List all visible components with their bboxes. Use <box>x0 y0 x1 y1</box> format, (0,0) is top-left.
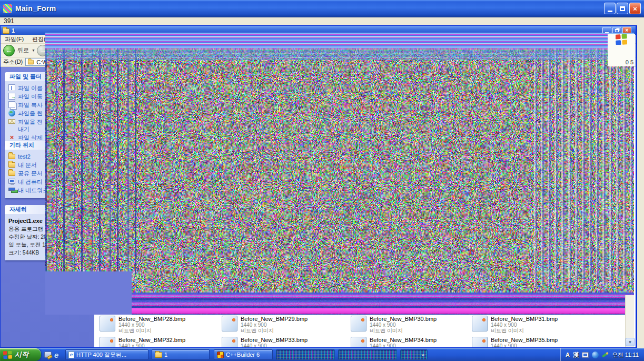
bmp-file-icon <box>351 316 366 331</box>
restore-icon <box>615 29 619 32</box>
maximize-icon <box>620 6 625 11</box>
move-file-icon <box>8 93 15 100</box>
file-tile[interactable]: Before_New_BMP35.bmp1440 x 900 <box>472 337 590 348</box>
menu-item-file[interactable]: 파일(F) <box>1 35 28 43</box>
start-label: 시작 <box>15 350 28 359</box>
quick-launch: e <box>44 348 58 361</box>
task-button-corrupted-1[interactable] <box>276 349 335 360</box>
minimize-icon <box>608 11 612 12</box>
task-button-folder-1[interactable]: 1 <box>152 349 210 360</box>
window-title: Main_Form <box>15 4 56 13</box>
file-tile[interactable]: Before_New_BMP30.bmp1440 x 900비트맵 이미지 <box>351 316 469 334</box>
form-label-391: 391 <box>0 17 644 25</box>
corrupted-go-fragment: 0 5 <box>626 59 633 65</box>
tray-app-icon[interactable] <box>592 352 599 358</box>
file-tile[interactable]: Before_New_BMP34.bmp1440 x 900 <box>351 337 469 348</box>
folder-icon <box>3 28 9 34</box>
internet-explorer-icon[interactable]: e <box>54 351 58 359</box>
clock: 오전 11:11 <box>612 351 639 359</box>
file-tile[interactable]: Before_New_BMP33.bmp1440 x 900 <box>222 337 340 348</box>
file-tile[interactable]: Before_New_BMP28.bmp1440 x 900비트맵 이미지 <box>100 316 218 334</box>
bmp-file-icon <box>222 316 237 331</box>
task-button-corrupted-3[interactable]: » <box>400 349 428 360</box>
bmp-file-icon <box>351 337 366 348</box>
folder-icon <box>155 352 162 358</box>
taskbar: 시작 e HTTP 400 잘못된... 1 C++Builder 6 » <box>0 348 644 361</box>
file-tile[interactable]: Before_New_BMP32.bmp1440 x 900 <box>100 337 218 348</box>
close-button[interactable]: × <box>629 3 641 14</box>
delete-file-icon: × <box>8 134 15 141</box>
ime-korean-indicator[interactable]: A <box>566 352 570 358</box>
cppbuilder-icon <box>217 352 224 358</box>
folder-icon <box>8 154 15 159</box>
show-desktop-icon[interactable] <box>44 352 52 358</box>
scroll-down-icon: ▼ <box>628 340 632 345</box>
ie-document-icon <box>68 352 74 358</box>
corrupted-noise-region <box>45 33 634 315</box>
task-button-cppbuilder[interactable]: C++Builder 6 <box>214 349 273 360</box>
address-folder-icon <box>28 60 34 64</box>
shared-folder-icon <box>8 171 15 176</box>
noise-right-stripes <box>534 48 634 286</box>
minimize-button[interactable] <box>604 3 616 14</box>
menu-right-area: 0 5 <box>608 34 635 66</box>
address-label: 주소(D) <box>3 58 23 66</box>
back-button[interactable]: ← <box>3 45 15 56</box>
publish-web-icon <box>8 110 15 116</box>
file-tile[interactable]: Before_New_BMP31.bmp1440 x 900비트맵 이미지 <box>472 316 590 334</box>
network-icon <box>8 188 15 191</box>
back-label: 뒤로 <box>17 46 29 54</box>
windows-logo-icon <box>616 34 627 45</box>
system-tray: A 漢 오전 11:11 <box>560 348 644 361</box>
noise-vertical-bars <box>45 42 137 274</box>
bmp-file-icon <box>100 337 115 348</box>
taskbar-chevron-icon[interactable]: » <box>421 352 424 358</box>
close-icon: × <box>633 5 637 12</box>
start-button[interactable]: 시작 <box>0 348 41 361</box>
bmp-file-icon <box>222 337 237 348</box>
bmp-file-icon <box>472 316 488 331</box>
noise-top-streaks <box>45 33 634 48</box>
back-dropdown-icon[interactable]: ▼ <box>32 48 35 52</box>
folder-icon <box>8 162 15 168</box>
app-icon <box>3 4 12 13</box>
bmp-file-icon <box>472 337 488 348</box>
task-button-corrupted-2[interactable] <box>338 349 397 360</box>
my-computer-icon <box>8 179 15 184</box>
noise-magenta-stripe <box>45 308 634 313</box>
task-button-http400[interactable]: HTTP 400 잘못된... <box>65 349 148 360</box>
bmp-file-icon <box>100 316 115 331</box>
scroll-down-button[interactable]: ▼ <box>626 338 635 346</box>
email-file-icon <box>8 119 15 124</box>
vertical-scrollbar[interactable]: ▼ <box>625 295 634 347</box>
back-icon: ← <box>6 46 13 54</box>
ime-hanja-indicator[interactable]: 漢 <box>573 351 579 359</box>
rename-file-icon <box>8 84 15 91</box>
noise-clear-patch <box>45 271 132 315</box>
desktop-screen: Main_Form × 391 1 × 파일(F) 편집(E) ← 뒤로 ▼ <box>0 0 644 361</box>
ime-settings-icon[interactable] <box>582 352 589 358</box>
main-window-titlebar[interactable]: Main_Form × <box>0 0 644 17</box>
tray-pen-icon[interactable] <box>602 352 609 358</box>
windows-flag-icon <box>3 351 12 359</box>
explorer-title: 1 <box>12 27 15 34</box>
file-tile[interactable]: Before_New_BMP29.bmp1440 x 900비트맵 이미지 <box>222 316 340 334</box>
noise-top-streaks-fade <box>45 48 634 60</box>
copy-file-icon <box>8 101 15 108</box>
maximize-button[interactable] <box>617 3 628 14</box>
